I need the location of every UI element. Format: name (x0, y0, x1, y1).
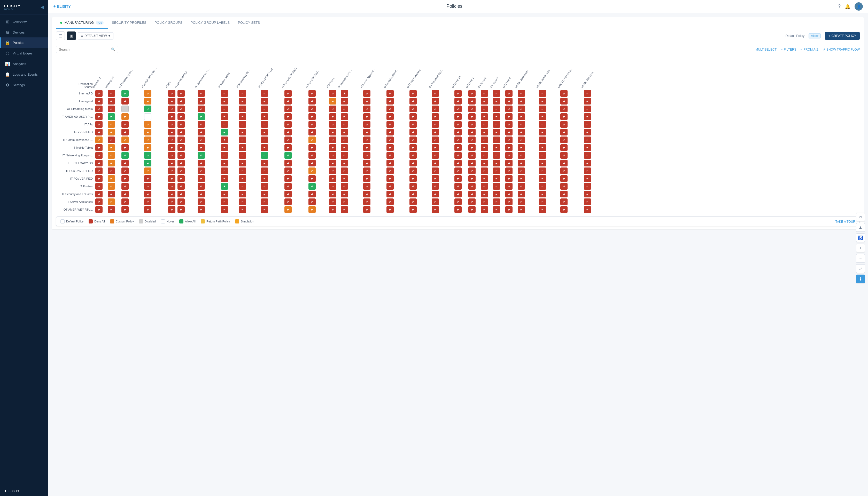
policy-cell[interactable]: ⇄ (454, 144, 468, 152)
policy-cell[interactable]: ⇄ (308, 128, 328, 136)
policy-cell[interactable]: ⇄ (308, 190, 328, 198)
policy-cell[interactable]: ⇄ (468, 198, 480, 206)
policy-cell[interactable]: ⇄ (492, 152, 505, 159)
policy-cell[interactable]: ⇄ (238, 206, 260, 213)
policy-cell[interactable]: ⇄ (363, 144, 386, 152)
policy-cell[interactable]: ⇄ (560, 175, 583, 183)
policy-cell[interactable]: ⇄ (260, 128, 284, 136)
policy-cell[interactable]: ⇄ (583, 159, 603, 167)
policy-cell[interactable]: ⇄ (340, 121, 362, 128)
policy-cell[interactable]: ⇄ (329, 167, 341, 175)
policy-cell[interactable]: ⇄ (329, 175, 341, 183)
policy-cell[interactable]: ⇄ (177, 136, 197, 144)
policy-cell[interactable]: ⇄ (168, 136, 177, 144)
policy-cell[interactable]: ⇄ (468, 175, 480, 183)
policy-cell[interactable]: ⇄ (583, 190, 603, 198)
policy-cell[interactable]: ⇄ (329, 90, 341, 97)
policy-cell[interactable]: ⇄ (95, 128, 107, 136)
policy-cell[interactable]: ⇄ (260, 90, 284, 97)
policy-cell[interactable]: ⇄ (480, 144, 493, 152)
policy-cell[interactable]: ⇄ (492, 121, 505, 128)
policy-cell[interactable]: ⇄ (340, 159, 362, 167)
policy-cell[interactable]: ⇄ (480, 90, 493, 97)
policy-cell[interactable]: ⇄ (560, 198, 583, 206)
policy-cell[interactable]: ⇄ (144, 198, 168, 206)
policy-cell[interactable]: ⇄ (220, 105, 238, 113)
policy-cell[interactable]: ⇄ (107, 144, 121, 152)
policy-cell[interactable]: ⇄ (121, 190, 144, 198)
policy-cell[interactable]: ⇄ (308, 159, 328, 167)
policy-cell[interactable]: ⇄ (144, 128, 168, 136)
policy-cell[interactable]: ⇄ (95, 105, 107, 113)
policy-cell[interactable]: ⇄ (238, 136, 260, 144)
policy-cell[interactable]: ⇄ (409, 128, 431, 136)
policy-cell[interactable]: ⇄ (480, 121, 493, 128)
policy-cell[interactable]: ⇄ (454, 152, 468, 159)
policy-cell[interactable]: ⇄ (492, 90, 505, 97)
policy-cell[interactable]: ⇄ (409, 121, 431, 128)
policy-cell[interactable]: ⇄ (329, 152, 341, 159)
policy-cell[interactable]: ⇄ (505, 206, 517, 213)
policy-cell[interactable]: ⇄ (340, 152, 362, 159)
policy-cell[interactable]: ⇄ (197, 175, 220, 183)
policy-cell[interactable]: ⇄ (308, 113, 328, 121)
policy-cell[interactable]: ⇄ (583, 206, 603, 213)
policy-cell[interactable]: ⇄ (560, 90, 583, 97)
policy-cell[interactable]: ⇄ (308, 136, 328, 144)
policy-cell[interactable]: ⇄ (492, 159, 505, 167)
policy-cell[interactable]: ⇄ (329, 183, 341, 190)
policy-cell[interactable]: ⇄ (95, 121, 107, 128)
policy-cell[interactable]: ⇄ (505, 121, 517, 128)
policy-cell[interactable]: ⇄ (583, 113, 603, 121)
policy-cell[interactable]: ⇄ (517, 105, 538, 113)
policy-cell[interactable]: ⇄ (480, 159, 493, 167)
policy-cell[interactable]: ⇄ (220, 198, 238, 206)
policy-cell[interactable]: ✦ (220, 183, 238, 190)
policy-cell[interactable]: ⇄ (560, 206, 583, 213)
policy-cell[interactable]: ⇄ (409, 159, 431, 167)
policy-cell[interactable]: ⇄ (454, 190, 468, 198)
policy-cell[interactable]: ⇄ (95, 152, 107, 159)
policy-cell[interactable]: ⇄ (560, 136, 583, 144)
policy-cell[interactable]: ⇄ (238, 198, 260, 206)
policy-cell[interactable]: ⇄ (538, 113, 560, 121)
policy-cell[interactable]: ⇄ (284, 121, 308, 128)
zoom-in-button[interactable]: + (856, 244, 865, 252)
policy-cell[interactable]: ⇄ (492, 144, 505, 152)
policy-cell[interactable]: ⇄ (538, 90, 560, 97)
policy-cell[interactable]: ⇄ (538, 152, 560, 159)
policy-cell[interactable]: ⇄ (468, 206, 480, 213)
policy-cell[interactable]: ⇄ (480, 198, 493, 206)
policy-cell[interactable]: ⇄ (538, 144, 560, 152)
policy-cell[interactable]: ⇄ (363, 97, 386, 105)
policy-cell[interactable]: ⇄ (431, 97, 454, 105)
policy-cell[interactable]: ⇄ (409, 190, 431, 198)
policy-cell[interactable]: ⇄ (121, 167, 144, 175)
policy-cell[interactable]: ⇄ (168, 128, 177, 136)
policy-cell[interactable]: ⇄ (505, 175, 517, 183)
list-view-button[interactable]: ☰ (56, 31, 65, 40)
policy-cell[interactable]: ⇄ (107, 136, 121, 144)
zoom-out-button[interactable]: − (856, 254, 865, 263)
policy-cell[interactable]: ⇄ (220, 144, 238, 152)
policy-cell[interactable]: ⇄ (260, 206, 284, 213)
policy-cell[interactable]: ⇄ (144, 144, 168, 152)
policy-cell[interactable]: ⇄ (517, 159, 538, 167)
policy-cell[interactable]: ⇄ (238, 167, 260, 175)
policy-cell[interactable]: ⇄ (363, 159, 386, 167)
policy-cell[interactable]: ⇄ (340, 128, 362, 136)
policy-cell[interactable]: ⇄ (168, 167, 177, 175)
policy-cell[interactable]: ⇄ (340, 190, 362, 198)
policy-cell[interactable]: ⇄ (168, 152, 177, 159)
policy-cell[interactable]: ⇄ (168, 206, 177, 213)
policy-cell[interactable]: ⇄ (386, 206, 409, 213)
policy-cell[interactable]: ⇄ (583, 136, 603, 144)
policy-cell[interactable]: ⇄ (363, 121, 386, 128)
policy-cell[interactable]: ⇄ (468, 121, 480, 128)
policy-cell[interactable]: ⇄ (168, 105, 177, 113)
policy-cell[interactable]: ⇄ (197, 152, 220, 159)
policy-cell[interactable]: ⇄ (308, 152, 328, 159)
policy-cell[interactable]: ⇄ (560, 121, 583, 128)
policy-cell[interactable]: ⇄ (409, 183, 431, 190)
policy-cell[interactable]: ⇄ (363, 113, 386, 121)
